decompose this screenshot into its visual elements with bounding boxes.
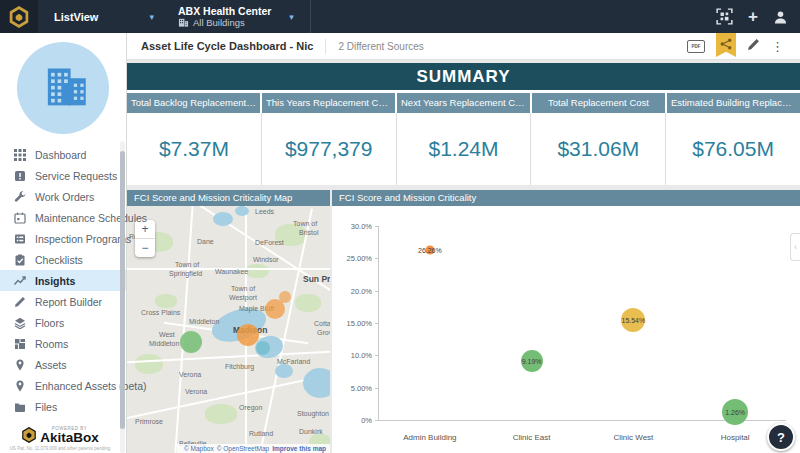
map-fci-bubble[interactable] (237, 324, 259, 346)
pin-icon (14, 380, 26, 392)
summary-value: $1.24M (397, 113, 532, 185)
osm-link[interactable]: © OpenStreetMap (217, 445, 269, 452)
chart-canvas: 30.0%25.00%20.0%15.00%10.0%5.00%0%Admin … (332, 206, 800, 453)
map-place-label: Verona (185, 388, 207, 395)
map-terrain (205, 404, 237, 424)
map-attribution: © Mapbox© OpenStreetMapImprove this map (177, 444, 330, 453)
app-menu-listview[interactable]: ListView ▾ (54, 11, 154, 23)
sidebar-item-label: Dashboard (35, 149, 86, 161)
portfolio-avatar (17, 42, 109, 134)
map-place-label: Westport (229, 294, 257, 301)
summary-column-header: Next Years Replacement Cost (397, 93, 530, 113)
mapbox-link[interactable]: © Mapbox (184, 445, 214, 452)
bubble-value-label: 1.26% (725, 408, 745, 415)
y-axis-tick-label: 10.0% (351, 351, 372, 360)
y-axis-tick (375, 388, 379, 389)
sidebar-item-checklists[interactable]: Checklists (0, 249, 126, 270)
more-options-button[interactable]: ⋮ (771, 40, 784, 53)
sidebar-scrollbar[interactable] (120, 141, 125, 453)
inspection-icon (14, 233, 26, 245)
panel-collapse-tab[interactable]: ‹ (790, 233, 800, 261)
fci-chart-widget: FCI Score and Mission Criticality 30.0%2… (332, 190, 800, 453)
map-road (174, 206, 193, 453)
sidebar-item-label: Insights (35, 275, 75, 287)
bubble-value-label: 26.26% (418, 247, 442, 254)
y-axis-tick-label: 15.00% (347, 319, 372, 328)
pin-icon (14, 359, 26, 371)
map-canvas[interactable]: LeedsTown ofBristolofRoxburyDaneDeForest… (127, 206, 330, 453)
help-button[interactable]: ? (767, 423, 795, 451)
map-place-label: Town of (293, 220, 317, 227)
akitabox-hexagon-icon (8, 5, 30, 29)
map-place-label: Primrose (135, 418, 163, 425)
building-selector[interactable]: ABX Health Center All Buildings ▾ (178, 5, 294, 29)
y-axis-tick (375, 258, 379, 259)
map-terrain (155, 294, 177, 308)
akitabox-hexagon-icon (21, 426, 37, 444)
akitabox-logo[interactable] (0, 0, 38, 33)
user-icon (773, 10, 788, 24)
service-icon (14, 170, 26, 182)
share-icon (720, 38, 732, 50)
qr-scan-button[interactable] (716, 8, 733, 25)
map-place-label: Waunakee (215, 268, 248, 275)
sidebar-item-label: Report Builder (35, 296, 102, 308)
wrench-icon (14, 191, 26, 203)
sidebar-item-report-builder[interactable]: Report Builder (0, 291, 126, 312)
sidebar-item-dashboard[interactable]: Dashboard (0, 144, 126, 165)
export-pdf-button[interactable]: PDF (687, 40, 705, 53)
building-icon (178, 17, 189, 28)
user-menu-button[interactable] (773, 10, 788, 24)
summary-value: $977,379 (262, 113, 397, 185)
buildings-icon (37, 62, 89, 114)
summary-value: $7.37M (127, 113, 262, 185)
sidebar-item-rooms[interactable]: Rooms (0, 333, 126, 354)
map-terrain (295, 294, 321, 312)
y-axis-tick (375, 323, 379, 324)
map-place-label: Rutland (249, 430, 273, 437)
summary-widget: SUMMARY Total Backlog Replacement CostTh… (127, 63, 800, 185)
sidebar-item-label: Maintenance Schedules (35, 212, 147, 224)
summary-column-header: Total Replacement Cost (532, 93, 665, 113)
map-terrain (135, 354, 163, 374)
app-menu-label: ListView (54, 11, 98, 23)
chevron-down-icon: ▾ (289, 12, 294, 22)
add-button[interactable]: + (748, 8, 758, 25)
summary-value: $76.05M (666, 113, 800, 185)
map-place-label: DeForest (255, 239, 284, 246)
map-place-label: Cross Plains (141, 309, 180, 316)
zoom-out-button[interactable]: − (135, 238, 155, 257)
sidebar-item-inspection-programs[interactable]: Inspection Programs (0, 228, 126, 249)
map-place-label: Springfield (169, 270, 202, 277)
bubble-value-label: 9.19% (522, 357, 542, 364)
sidebar-item-work-orders[interactable]: Work Orders (0, 186, 126, 207)
map-fci-bubble[interactable] (256, 341, 270, 355)
lake-shape (275, 364, 293, 378)
edit-button[interactable] (747, 37, 760, 55)
sidebar-item-assets[interactable]: Assets (0, 354, 126, 375)
sidebar-nav: DashboardService RequestsWork OrdersMain… (0, 144, 126, 417)
share-button[interactable] (716, 33, 736, 59)
chart-plot-area: 30.0%25.00%20.0%15.00%10.0%5.00%0%Admin … (378, 226, 786, 421)
sidebar-item-floors[interactable]: Floors (0, 312, 126, 333)
sidebar-item-files[interactable]: Files (0, 396, 126, 417)
map-place-label: Windsor (253, 256, 279, 263)
lake-shape (213, 212, 233, 226)
y-axis-tick (375, 420, 379, 421)
map-fci-bubble[interactable] (279, 291, 291, 303)
sidebar-item-enhanced-assets-beta[interactable]: Enhanced Assets (beta) (0, 375, 126, 396)
bubble-value-label: 15.54% (622, 316, 646, 323)
building-scope-label: All Buildings (193, 17, 245, 29)
y-axis-tick (375, 355, 379, 356)
sidebar-item-service-requests[interactable]: Service Requests (0, 165, 126, 186)
map-place-label: Stoughton (297, 410, 329, 417)
map-fci-bubble[interactable] (180, 331, 202, 353)
sidebar-item-maintenance-schedules[interactable]: Maintenance Schedules (0, 207, 126, 228)
x-axis-label: Hospital (721, 433, 750, 442)
sidebar-scrollbar-thumb[interactable] (120, 151, 125, 429)
sidebar-item-insights[interactable]: Insights (0, 270, 126, 291)
x-axis-label: Clinic West (613, 433, 653, 442)
y-axis-tick-label: 5.00% (351, 383, 372, 392)
improve-map-link[interactable]: Improve this map (272, 445, 326, 452)
sidebar-item-label: Assets (35, 359, 67, 371)
